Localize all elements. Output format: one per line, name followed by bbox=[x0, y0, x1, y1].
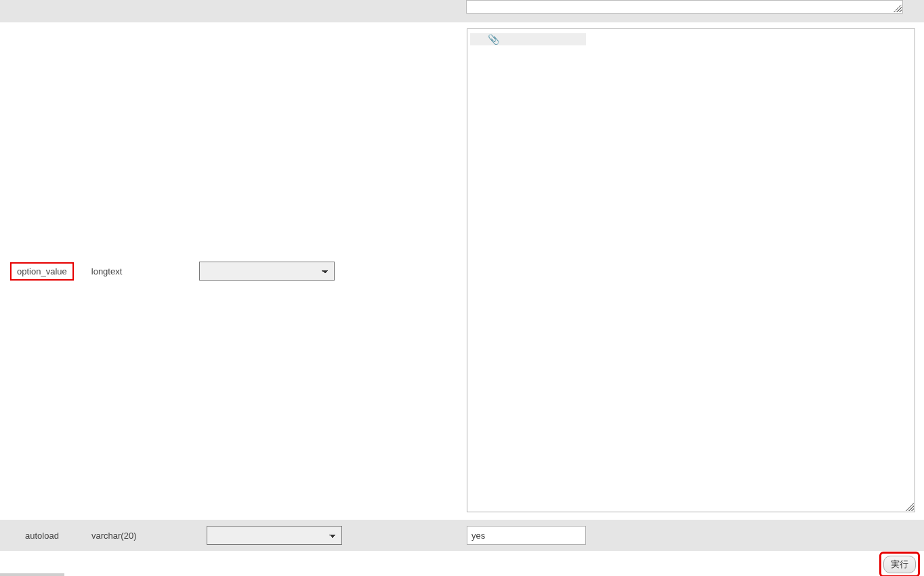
function-select-autoload[interactable] bbox=[207, 526, 342, 545]
column-function-cell bbox=[199, 262, 348, 281]
value-input-autoload[interactable] bbox=[467, 526, 586, 545]
previous-row-tail bbox=[0, 0, 924, 22]
execute-button[interactable]: 実行 bbox=[883, 556, 916, 573]
previous-value-textarea[interactable] bbox=[466, 0, 903, 14]
submit-row: 実行 bbox=[0, 551, 924, 576]
column-value-cell: 📎 bbox=[348, 22, 915, 512]
column-function-cell bbox=[207, 526, 356, 545]
column-type-cell: varchar(20) bbox=[91, 531, 207, 541]
value-textarea-option-value[interactable]: 📎 bbox=[467, 28, 915, 512]
row-autoload: autoload varchar(20) bbox=[0, 520, 924, 551]
bottom-bar bbox=[0, 573, 64, 576]
column-value-cell bbox=[356, 526, 915, 545]
column-type-cell: longtext bbox=[91, 266, 200, 276]
resize-handle-icon bbox=[906, 503, 914, 511]
submit-highlight-box: 実行 bbox=[879, 552, 920, 576]
row-option-value: option_value longtext 📎 bbox=[0, 22, 924, 520]
column-type-option-value: longtext bbox=[91, 266, 123, 276]
attachment-icon[interactable]: 📎 bbox=[488, 34, 499, 45]
column-name-cell: option_value bbox=[10, 262, 91, 281]
column-name-cell: autoload bbox=[25, 531, 91, 541]
function-select-option-value[interactable] bbox=[199, 262, 335, 281]
column-name-autoload: autoload bbox=[25, 531, 59, 541]
resize-handle-icon bbox=[894, 4, 902, 12]
column-name-option-value: option_value bbox=[10, 262, 74, 281]
column-type-autoload: varchar(20) bbox=[91, 531, 136, 541]
textarea-toolbar: 📎 bbox=[470, 33, 586, 45]
